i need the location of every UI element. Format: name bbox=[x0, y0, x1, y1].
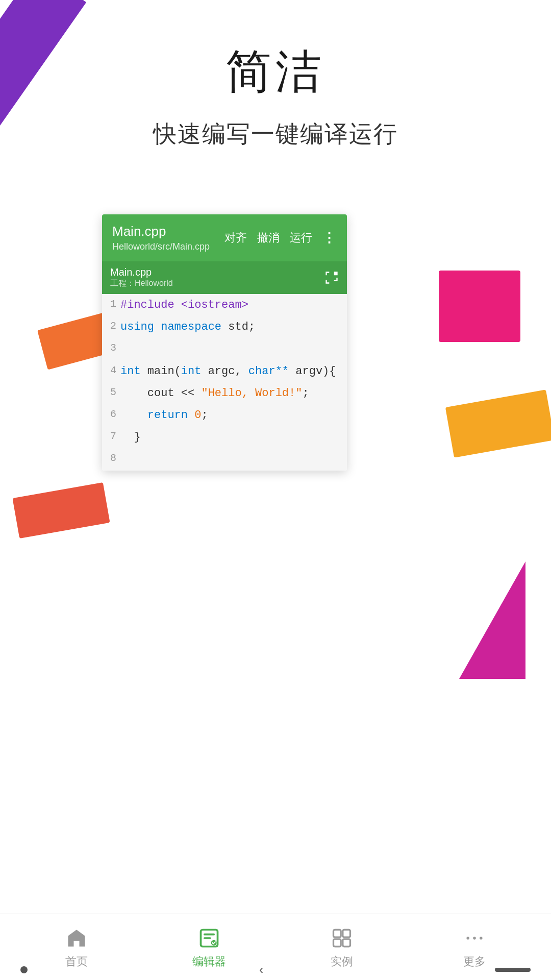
examples-icon bbox=[329, 925, 355, 951]
line-content-2: using namespace std; bbox=[120, 316, 255, 338]
line-num-7: 7 bbox=[102, 426, 120, 447]
svg-rect-5 bbox=[343, 939, 350, 946]
home-icon bbox=[64, 925, 89, 951]
more-nav-icon bbox=[462, 925, 487, 951]
home-indicator[interactable] bbox=[495, 968, 531, 972]
undo-button[interactable]: 撤消 bbox=[257, 230, 280, 246]
editor-tab-bar: Main.cpp 工程：Helloworld bbox=[102, 261, 347, 294]
line-content-6: return 0; bbox=[120, 404, 208, 426]
line-content-3 bbox=[120, 338, 127, 360]
decorative-purple-bar bbox=[0, 0, 86, 219]
line-num-4: 4 bbox=[102, 360, 120, 381]
line-content-7: } bbox=[120, 426, 141, 448]
line-content-4: int main(int argc, char** argv){ bbox=[120, 360, 336, 382]
line-num-3: 3 bbox=[102, 338, 120, 358]
line-num-5: 5 bbox=[102, 382, 120, 403]
editor-filename: Main.cpp bbox=[112, 224, 210, 239]
svg-point-6 bbox=[466, 937, 469, 940]
code-line-3: 3 bbox=[102, 338, 347, 360]
code-line-8: 8 bbox=[102, 448, 347, 470]
line-content-8 bbox=[120, 448, 127, 470]
code-area: 1 #include <iostream> 2 using namespace … bbox=[102, 294, 347, 471]
svg-rect-4 bbox=[334, 939, 341, 946]
editor-card: Main.cpp Helloworld/src/Main.cpp 对齐 撤消 运… bbox=[102, 214, 347, 471]
page-title: 简洁 bbox=[0, 41, 551, 103]
code-line-2: 2 using namespace std; bbox=[102, 316, 347, 338]
line-num-8: 8 bbox=[102, 448, 120, 469]
tab-name[interactable]: Main.cpp bbox=[110, 266, 173, 278]
tab-info: Main.cpp 工程：Helloworld bbox=[110, 266, 173, 289]
decorative-orange-right-rectangle bbox=[445, 389, 551, 457]
run-button[interactable]: 运行 bbox=[290, 230, 312, 246]
code-line-7: 7 } bbox=[102, 426, 347, 448]
editor-filepath: Helloworld/src/Main.cpp bbox=[112, 241, 210, 252]
line-num-2: 2 bbox=[102, 316, 120, 336]
more-button[interactable]: ⋮ bbox=[322, 230, 337, 246]
editor-title-block: Main.cpp Helloworld/src/Main.cpp bbox=[112, 224, 210, 252]
tab-project: 工程：Helloworld bbox=[110, 278, 173, 289]
align-button[interactable]: 对齐 bbox=[224, 230, 247, 246]
status-indicator bbox=[20, 966, 28, 973]
code-line-6: 6 return 0; bbox=[102, 404, 347, 426]
editor-icon bbox=[196, 925, 222, 951]
code-line-4: 4 int main(int argc, char** argv){ bbox=[102, 360, 347, 382]
toolbar-actions: 对齐 撤消 运行 ⋮ bbox=[224, 230, 337, 246]
back-button[interactable]: ‹ bbox=[259, 963, 263, 977]
decorative-pink-rectangle bbox=[439, 271, 520, 342]
expand-icon[interactable] bbox=[324, 271, 339, 285]
svg-point-8 bbox=[480, 937, 483, 940]
line-content-1: #include <iostream> bbox=[120, 294, 248, 316]
code-line-1: 1 #include <iostream> bbox=[102, 294, 347, 316]
line-num-1: 1 bbox=[102, 294, 120, 314]
decorative-magenta-triangle bbox=[459, 561, 525, 679]
svg-rect-3 bbox=[343, 929, 350, 937]
line-content-5: cout << "Hello, World!"; bbox=[120, 382, 309, 404]
status-bar: ‹ bbox=[0, 960, 551, 980]
svg-point-7 bbox=[473, 937, 476, 940]
svg-rect-2 bbox=[334, 929, 341, 937]
line-num-6: 6 bbox=[102, 404, 120, 425]
page-subtitle: 快速编写一键编译运行 bbox=[0, 118, 551, 150]
decorative-red-rectangle bbox=[12, 482, 110, 538]
code-line-5: 5 cout << "Hello, World!"; bbox=[102, 382, 347, 404]
editor-toolbar: Main.cpp Helloworld/src/Main.cpp 对齐 撤消 运… bbox=[102, 214, 347, 261]
